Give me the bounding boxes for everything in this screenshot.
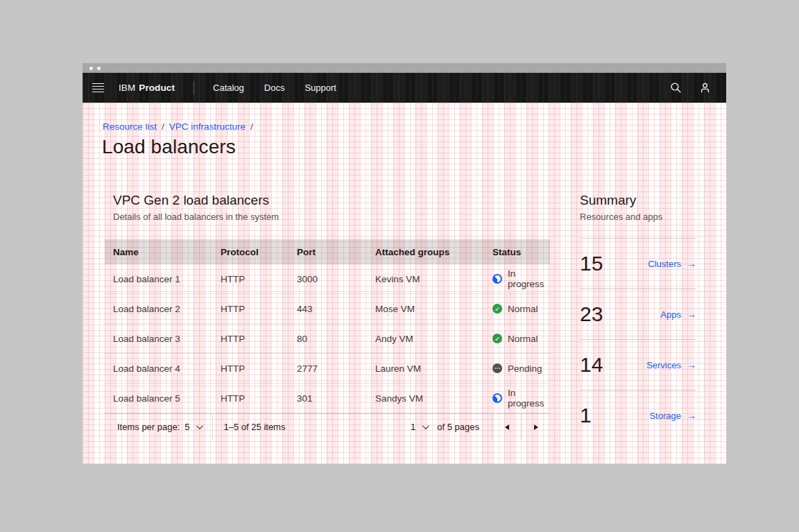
summary-item-apps: 23 Apps → (580, 289, 696, 339)
status-label: Normal (508, 304, 538, 314)
cell-attached-groups: Sandys VM (367, 393, 484, 404)
table-row: Load balancer 4 HTTP 2777 Lauren VM Pend… (105, 354, 550, 384)
summary-item-storage: 1 Storage → (580, 390, 696, 440)
next-page-button[interactable] (521, 414, 550, 440)
nav-item-support[interactable]: Support (304, 83, 336, 93)
cell-name: Load balancer 1 (105, 274, 212, 284)
cell-status: Normal (484, 304, 550, 314)
items-per-page-select[interactable]: Items per page: 5 (105, 414, 201, 440)
cell-name: Load balancer 2 (105, 304, 212, 314)
table-subtitle: Details of all load balancers in the sys… (105, 212, 550, 222)
summary-item-services: 14 Services → (580, 339, 696, 390)
nav-item-docs[interactable]: Docs (264, 83, 285, 93)
load-balancers-table-section: VPC Gen 2 load balancers Details of all … (105, 193, 550, 440)
search-icon[interactable] (661, 73, 690, 103)
cell-status: In progress (484, 388, 550, 409)
header-actions (661, 73, 719, 103)
pagination-bar: Items per page: 5 1–5 of 25 items 1 of 5… (105, 413, 550, 440)
cell-attached-groups: Mose VM (367, 304, 484, 314)
arrow-right-icon: → (687, 258, 696, 269)
status-pending-icon (492, 363, 502, 373)
browser-window: IBMProduct Catalog Docs Support (83, 63, 726, 464)
menu-icon[interactable] (92, 80, 104, 96)
table-row: Load balancer 1 HTTP 3000 Kevins VM In p… (105, 264, 550, 294)
previous-page-button[interactable] (492, 414, 521, 440)
brand-name: Product (139, 83, 175, 93)
summary-link-label: Services (646, 360, 681, 370)
summary-item-clusters: 15 Clusters → (580, 238, 696, 289)
cell-port: 2777 (289, 363, 367, 374)
brand-prefix: IBM (119, 83, 135, 93)
summary-subtitle: Resources and apps (580, 212, 696, 222)
items-per-page-value: 5 (184, 422, 189, 432)
summary-count: 1 (580, 404, 592, 427)
column-header-attached-groups: Attached groups (367, 247, 484, 257)
cell-attached-groups: Kevins VM (367, 274, 484, 284)
table-row: Load balancer 2 HTTP 443 Mose VM Normal (105, 294, 550, 324)
page-content: Resource list / VPC infrastructure / Loa… (83, 103, 726, 464)
status-label: In progress (508, 268, 550, 289)
summary-link-label: Apps (660, 309, 681, 320)
cell-protocol: HTTP (212, 274, 289, 284)
arrow-right-icon: → (687, 309, 696, 320)
column-header-protocol: Protocol (212, 247, 289, 257)
summary-count: 23 (580, 302, 603, 326)
status-label: In progress (508, 388, 550, 409)
cell-port: 80 (289, 334, 367, 344)
breadcrumb-separator: / (250, 121, 253, 132)
breadcrumb-link-vpc-infrastructure[interactable]: VPC infrastructure (169, 121, 246, 132)
table-header-row: Name Protocol Port Attached groups Statu… (105, 239, 550, 264)
breadcrumb: Resource list / VPC infrastructure / (103, 121, 253, 132)
status-label: Normal (508, 334, 538, 344)
cell-name: Load balancer 5 (105, 393, 212, 404)
summary-count: 15 (580, 252, 603, 275)
chevron-down-icon[interactable] (422, 422, 429, 429)
status-normal-icon (492, 304, 502, 314)
breadcrumb-link-resource-list[interactable]: Resource list (103, 121, 157, 132)
cell-attached-groups: Lauren VM (367, 363, 484, 374)
nav-item-catalog[interactable]: Catalog (213, 83, 244, 93)
page-number-value: 1 (411, 422, 415, 432)
user-avatar-icon[interactable] (690, 73, 719, 103)
summary-title: Summary (580, 193, 696, 208)
summary-link-services[interactable]: Services → (646, 359, 696, 370)
status-normal-icon (492, 334, 502, 343)
pagination-controls: 1 of 5 pages (411, 414, 550, 440)
table-row: Load balancer 3 HTTP 80 Andy VM Normal (105, 324, 550, 354)
cell-protocol: HTTP (212, 334, 289, 344)
summary-panel: Summary Resources and apps 15 Clusters →… (580, 193, 696, 440)
summary-link-storage[interactable]: Storage → (649, 410, 696, 421)
cell-port: 443 (289, 304, 367, 314)
summary-link-label: Clusters (648, 259, 681, 269)
column-header-name: Name (105, 247, 212, 257)
cell-name: Load balancer 4 (105, 363, 212, 374)
cell-protocol: HTTP (212, 304, 289, 314)
summary-link-clusters[interactable]: Clusters → (648, 258, 696, 269)
cell-protocol: HTTP (212, 393, 289, 404)
page-number-select[interactable]: 1 (411, 422, 437, 432)
page-title: Load balancers (102, 136, 236, 158)
arrow-right-icon: → (687, 359, 696, 370)
caret-right-icon (534, 424, 538, 430)
summary-list: 15 Clusters → 23 Apps → 14 Se (580, 238, 696, 440)
items-per-page-label: Items per page: (117, 422, 180, 432)
cell-name: Load balancer 3 (105, 334, 212, 344)
status-in-progress-icon (492, 274, 502, 284)
cell-status: In progress (484, 268, 550, 289)
arrow-right-icon: → (687, 410, 696, 421)
table-title: VPC Gen 2 load balancers (105, 193, 550, 208)
summary-link-label: Storage (649, 411, 681, 421)
window-dot[interactable] (89, 67, 93, 70)
cell-status: Pending (484, 363, 550, 374)
window-titlebar (83, 63, 726, 73)
chevron-down-icon[interactable] (196, 422, 203, 429)
brand-logo[interactable]: IBMProduct (119, 83, 175, 93)
summary-link-apps[interactable]: Apps → (660, 309, 696, 320)
header-divider (194, 81, 194, 95)
summary-count: 14 (580, 353, 603, 377)
cell-port: 3000 (289, 274, 367, 284)
table-row: Load balancer 5 HTTP 301 Sandys VM In pr… (105, 384, 550, 413)
window-dot[interactable] (97, 67, 101, 70)
cell-port: 301 (289, 393, 367, 404)
cell-attached-groups: Andy VM (367, 334, 484, 344)
